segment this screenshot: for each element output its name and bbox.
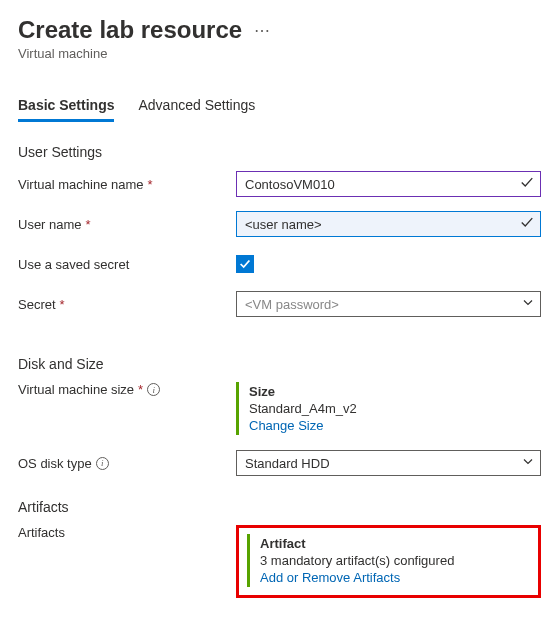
os-disk-select[interactable]: Standard HDD	[236, 450, 541, 476]
artifacts-heading: Artifact	[260, 536, 530, 551]
check-icon	[520, 216, 534, 233]
secret-select[interactable]: <VM password>	[236, 291, 541, 317]
vm-name-label: Virtual machine name*	[18, 177, 236, 192]
vm-size-label: Virtual machine size* i	[18, 382, 236, 397]
artifacts-label: Artifacts	[18, 525, 236, 540]
vm-name-input[interactable]: ContosoVM010	[236, 171, 541, 197]
artifacts-highlight: Artifact 3 mandatory artifact(s) configu…	[236, 525, 541, 598]
user-name-label: User name*	[18, 217, 236, 232]
section-user-settings: User Settings	[18, 144, 541, 160]
vm-size-block: Size Standard_A4m_v2 Change Size	[236, 382, 541, 435]
info-icon[interactable]: i	[96, 457, 109, 470]
tab-advanced-settings[interactable]: Advanced Settings	[138, 97, 255, 122]
info-icon[interactable]: i	[147, 383, 160, 396]
os-disk-label: OS disk type i	[18, 456, 236, 471]
saved-secret-checkbox[interactable]	[236, 255, 254, 273]
chevron-down-icon	[522, 297, 534, 312]
change-size-link[interactable]: Change Size	[249, 418, 323, 433]
check-icon	[520, 176, 534, 193]
page-subtitle: Virtual machine	[18, 46, 541, 61]
saved-secret-label: Use a saved secret	[18, 257, 236, 272]
vm-size-heading: Size	[249, 384, 541, 399]
section-artifacts: Artifacts	[18, 499, 541, 515]
chevron-down-icon	[522, 456, 534, 471]
tab-bar: Basic Settings Advanced Settings	[18, 97, 541, 122]
secret-label: Secret*	[18, 297, 236, 312]
section-disk-size: Disk and Size	[18, 356, 541, 372]
add-remove-artifacts-link[interactable]: Add or Remove Artifacts	[260, 570, 400, 585]
user-name-input[interactable]: <user name>	[236, 211, 541, 237]
tab-basic-settings[interactable]: Basic Settings	[18, 97, 114, 122]
more-icon[interactable]: ⋯	[254, 21, 271, 40]
artifacts-status: 3 mandatory artifact(s) configured	[260, 553, 530, 568]
page-title: Create lab resource	[18, 16, 242, 44]
artifacts-block: Artifact 3 mandatory artifact(s) configu…	[247, 534, 530, 587]
vm-size-value: Standard_A4m_v2	[249, 401, 541, 416]
